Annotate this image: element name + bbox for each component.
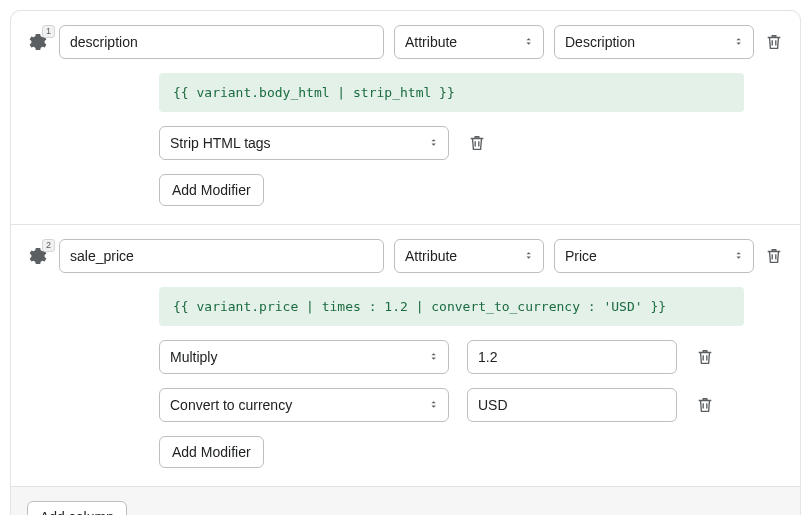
- add-modifier-button[interactable]: Add Modifier: [159, 174, 264, 206]
- trash-icon: [765, 247, 783, 265]
- column-attribute-label: Description: [565, 34, 635, 50]
- modifier-select[interactable]: Strip HTML tags: [159, 126, 449, 160]
- updown-icon: [428, 399, 440, 411]
- column-settings-button[interactable]: 2: [27, 247, 49, 265]
- column-settings-button[interactable]: 1: [27, 33, 49, 51]
- code-preview: {{ variant.body_html | strip_html }}: [159, 73, 744, 112]
- column-block: 2 sale_price Attribute Price {{ variant.…: [11, 225, 800, 487]
- column-name-input[interactable]: sale_price: [59, 239, 384, 273]
- delete-column-button[interactable]: [764, 246, 784, 266]
- modifier-arg-input[interactable]: 1.2: [467, 340, 677, 374]
- modifier-row: Strip HTML tags: [159, 126, 744, 160]
- modifier-label: Multiply: [170, 349, 217, 365]
- trash-icon: [696, 348, 714, 366]
- modifier-select[interactable]: Multiply: [159, 340, 449, 374]
- modifier-select[interactable]: Convert to currency: [159, 388, 449, 422]
- delete-modifier-button[interactable]: [695, 347, 715, 367]
- columns-panel: 1 description Attribute Description {{ v…: [10, 10, 801, 515]
- add-modifier-button[interactable]: Add Modifier: [159, 436, 264, 468]
- column-block: 1 description Attribute Description {{ v…: [11, 11, 800, 225]
- add-column-button[interactable]: Add column: [27, 501, 127, 515]
- updown-icon: [523, 36, 535, 48]
- column-name-input[interactable]: description: [59, 25, 384, 59]
- trash-icon: [765, 33, 783, 51]
- modifier-arg-input[interactable]: USD: [467, 388, 677, 422]
- updown-icon: [733, 250, 745, 262]
- column-type-label: Attribute: [405, 34, 457, 50]
- delete-column-button[interactable]: [764, 32, 784, 52]
- modifier-label: Strip HTML tags: [170, 135, 271, 151]
- panel-footer: Add column: [11, 487, 800, 515]
- column-index-badge: 1: [42, 25, 55, 38]
- column-type-select[interactable]: Attribute: [394, 25, 544, 59]
- column-type-label: Attribute: [405, 248, 457, 264]
- trash-icon: [696, 396, 714, 414]
- delete-modifier-button[interactable]: [695, 395, 715, 415]
- modifier-row: Multiply 1.2: [159, 340, 744, 374]
- code-preview: {{ variant.price | times : 1.2 | convert…: [159, 287, 744, 326]
- column-type-select[interactable]: Attribute: [394, 239, 544, 273]
- modifier-label: Convert to currency: [170, 397, 292, 413]
- updown-icon: [523, 250, 535, 262]
- delete-modifier-button[interactable]: [467, 133, 487, 153]
- modifier-row: Convert to currency USD: [159, 388, 744, 422]
- column-index-badge: 2: [42, 239, 55, 252]
- updown-icon: [428, 137, 440, 149]
- column-attribute-select[interactable]: Description: [554, 25, 754, 59]
- column-attribute-label: Price: [565, 248, 597, 264]
- updown-icon: [733, 36, 745, 48]
- column-attribute-select[interactable]: Price: [554, 239, 754, 273]
- trash-icon: [468, 134, 486, 152]
- updown-icon: [428, 351, 440, 363]
